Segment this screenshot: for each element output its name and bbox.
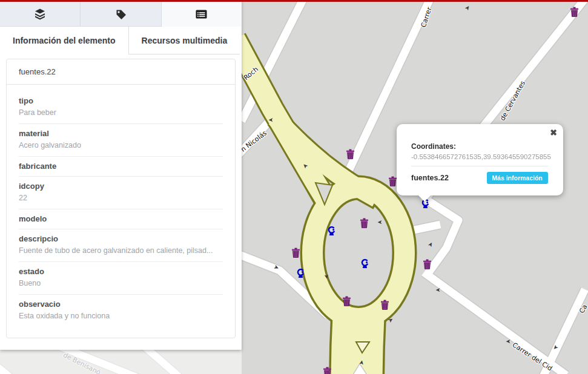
popup-close-icon[interactable]: ✖ xyxy=(550,127,557,138)
feature-title[interactable]: fuentes.22 xyxy=(7,59,235,85)
trash-bin-marker[interactable] xyxy=(360,218,369,231)
field-row: material Acero galvanizado xyxy=(19,123,223,156)
trash-bin-marker[interactable] xyxy=(388,176,397,189)
field-row: estado Bueno xyxy=(19,261,223,294)
street-label: Carrer xyxy=(420,6,434,28)
icon-toolbar xyxy=(0,2,242,27)
field-label: tipo xyxy=(19,96,223,107)
popup-feature-name: fuentes.22 xyxy=(411,174,449,182)
field-row: idcopy 22 xyxy=(19,176,223,209)
toolbar-tab-list[interactable] xyxy=(162,2,242,27)
field-value: 22 xyxy=(19,192,223,205)
fountain-marker[interactable] xyxy=(296,269,306,281)
toolbar-tab-layers[interactable] xyxy=(0,2,81,27)
fountain-marker[interactable] xyxy=(326,226,337,239)
oneway-arrow-icon: ➤ xyxy=(427,241,435,248)
field-row: tipo Para beber xyxy=(19,91,223,123)
field-row: observacio Esta oxidada y no funciona xyxy=(19,294,223,327)
field-label: descripcio xyxy=(19,234,223,244)
field-label: observacio xyxy=(19,299,223,310)
tag-icon xyxy=(115,8,127,20)
trash-bin-marker[interactable] xyxy=(342,296,351,309)
oneway-arrow-icon: ➤ xyxy=(464,4,472,12)
trash-bin-marker[interactable] xyxy=(423,259,432,272)
underlay-wash xyxy=(0,350,242,374)
oneway-arrow-icon: ➤ xyxy=(268,117,273,123)
oneway-arrow-icon: ➤ xyxy=(323,274,330,280)
oneway-arrow-icon: ➤ xyxy=(358,359,365,366)
oneway-arrow-icon: ➤ xyxy=(273,264,280,272)
top-accent-bar xyxy=(0,0,588,2)
street-label: n Nicolás xyxy=(242,129,268,154)
map-underlay: de Benisanó xyxy=(0,350,242,374)
street-label: de Cervantes xyxy=(498,79,527,122)
trash-bin-marker[interactable] xyxy=(570,7,579,19)
street-label: Ca xyxy=(578,303,588,315)
more-info-button[interactable]: Más información xyxy=(487,172,548,184)
field-label: material xyxy=(19,128,223,139)
tab-recursos-multimedia[interactable]: Recursos multimedia xyxy=(128,27,240,54)
map[interactable]: ➤➤➤➤➤➤➤➤➤➤➤➤Carrerde CervantesRochn Nico… xyxy=(242,0,588,374)
oneway-arrow-icon: ➤ xyxy=(377,219,382,225)
field-value: Esta oxidada y no funciona xyxy=(19,310,223,323)
field-row: descripcio Fuente de tubo de acero galva… xyxy=(19,229,223,261)
layers-icon xyxy=(35,8,45,20)
trash-bin-marker[interactable] xyxy=(323,367,332,374)
attribute-list: tipo Para beber material Acero galvaniza… xyxy=(7,85,235,338)
list-icon xyxy=(196,10,207,19)
oneway-arrow-icon: ➤ xyxy=(435,287,440,293)
field-label: modelo xyxy=(19,214,223,225)
attribute-card: fuentes.22 tipo Para beber material Acer… xyxy=(6,59,236,338)
field-value: Bueno xyxy=(19,277,223,290)
trash-bin-marker[interactable] xyxy=(380,300,389,312)
trash-bin-marker[interactable] xyxy=(291,248,300,260)
side-panel: Información del elemento Recursos multim… xyxy=(0,0,242,350)
field-value: Fuente de tubo de acero galvanizado en c… xyxy=(19,244,223,257)
field-row: modelo xyxy=(19,209,223,229)
oneway-arrow-icon: ➤ xyxy=(302,162,309,169)
oneway-arrow-icon: ➤ xyxy=(552,343,560,351)
field-value: Para beber xyxy=(19,107,223,119)
popup-coordinates-label: Coordinates: xyxy=(411,142,548,151)
fountain-marker[interactable] xyxy=(360,259,370,272)
field-label: fabricante xyxy=(19,161,223,172)
toolbar-tab-tags[interactable] xyxy=(81,2,161,27)
popup-coordinates-value: -0.5538466572761535,39.593645590275855 xyxy=(411,153,548,166)
street-label: Carrer del Cid xyxy=(511,341,554,372)
tab-informacion-del-elemento[interactable]: Información del elemento xyxy=(0,27,128,54)
field-value: Acero galvanizado xyxy=(19,139,223,152)
street-label: Roch xyxy=(242,65,259,81)
field-row: fabricante xyxy=(19,156,223,176)
panel-tabs: Información del elemento Recursos multim… xyxy=(0,27,242,54)
field-label: idcopy xyxy=(19,181,223,192)
field-label: estado xyxy=(19,266,223,277)
app-window: ➤➤➤➤➤➤➤➤➤➤➤➤Carrerde CervantesRochn Nico… xyxy=(0,0,588,374)
trash-bin-marker[interactable] xyxy=(346,149,355,162)
oneway-arrow-icon: ➤ xyxy=(506,338,510,344)
map-popup: ✖ Coordinates: -0.5538466572761535,39.59… xyxy=(397,124,563,195)
oneway-arrow-icon: ➤ xyxy=(387,316,395,324)
